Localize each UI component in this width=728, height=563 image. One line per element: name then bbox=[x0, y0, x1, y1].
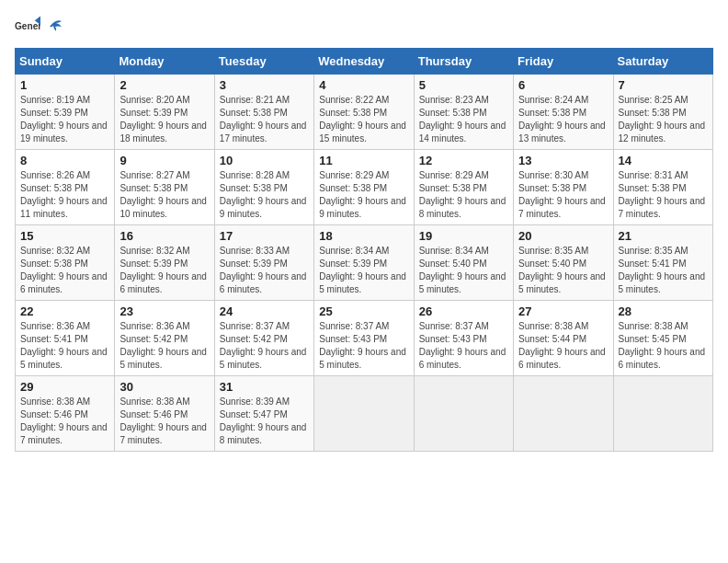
day-info: Sunrise: 8:32 AMSunset: 5:38 PMDaylight:… bbox=[20, 245, 109, 296]
calendar-cell: 10Sunrise: 8:28 AMSunset: 5:38 PMDayligh… bbox=[214, 150, 313, 225]
calendar-cell: 28Sunrise: 8:38 AMSunset: 5:45 PMDayligh… bbox=[613, 301, 712, 376]
column-header-monday: Monday bbox=[115, 49, 214, 75]
calendar-cell: 17Sunrise: 8:33 AMSunset: 5:39 PMDayligh… bbox=[214, 225, 313, 301]
calendar-week-row: 15Sunrise: 8:32 AMSunset: 5:38 PMDayligh… bbox=[16, 225, 713, 301]
day-number: 8 bbox=[20, 154, 109, 167]
calendar-cell bbox=[514, 376, 613, 452]
day-number: 24 bbox=[220, 304, 309, 318]
calendar-cell: 29Sunrise: 8:38 AMSunset: 5:46 PMDayligh… bbox=[16, 376, 115, 452]
day-number: 18 bbox=[319, 229, 408, 243]
calendar-cell: 3Sunrise: 8:21 AMSunset: 5:38 PMDaylight… bbox=[214, 75, 313, 150]
day-number: 30 bbox=[119, 380, 209, 394]
calendar-cell: 31Sunrise: 8:39 AMSunset: 5:47 PMDayligh… bbox=[214, 376, 313, 452]
day-info: Sunrise: 8:23 AMSunset: 5:38 PMDaylight:… bbox=[419, 94, 508, 145]
day-info: Sunrise: 8:27 AMSunset: 5:38 PMDaylight:… bbox=[119, 169, 209, 221]
calendar-week-row: 8Sunrise: 8:26 AMSunset: 5:38 PMDaylight… bbox=[16, 150, 713, 225]
calendar-cell: 24Sunrise: 8:37 AMSunset: 5:42 PMDayligh… bbox=[214, 301, 313, 376]
day-number: 27 bbox=[518, 304, 608, 318]
day-number: 31 bbox=[220, 380, 309, 394]
day-number: 28 bbox=[619, 304, 708, 318]
calendar-cell: 30Sunrise: 8:38 AMSunset: 5:46 PMDayligh… bbox=[115, 376, 214, 452]
logo-bird-icon bbox=[45, 18, 63, 37]
calendar-cell: 16Sunrise: 8:32 AMSunset: 5:39 PMDayligh… bbox=[115, 225, 214, 301]
calendar-cell: 13Sunrise: 8:30 AMSunset: 5:38 PMDayligh… bbox=[514, 150, 613, 225]
calendar-cell: 5Sunrise: 8:23 AMSunset: 5:38 PMDaylight… bbox=[414, 75, 513, 150]
column-header-tuesday: Tuesday bbox=[214, 49, 313, 75]
day-info: Sunrise: 8:29 AMSunset: 5:38 PMDaylight:… bbox=[319, 169, 408, 221]
day-number: 7 bbox=[619, 78, 708, 92]
day-number: 23 bbox=[119, 304, 209, 318]
column-header-wednesday: Wednesday bbox=[314, 49, 414, 75]
day-info: Sunrise: 8:29 AMSunset: 5:38 PMDaylight:… bbox=[419, 169, 508, 221]
calendar-cell: 18Sunrise: 8:34 AMSunset: 5:39 PMDayligh… bbox=[314, 225, 414, 301]
day-number: 29 bbox=[20, 380, 109, 394]
calendar-cell: 22Sunrise: 8:36 AMSunset: 5:41 PMDayligh… bbox=[16, 301, 115, 376]
day-info: Sunrise: 8:37 AMSunset: 5:43 PMDaylight:… bbox=[319, 320, 408, 372]
day-number: 12 bbox=[419, 154, 508, 167]
column-header-friday: Friday bbox=[514, 49, 613, 75]
day-info: Sunrise: 8:37 AMSunset: 5:43 PMDaylight:… bbox=[419, 320, 508, 372]
day-number: 11 bbox=[319, 154, 408, 167]
day-info: Sunrise: 8:36 AMSunset: 5:41 PMDaylight:… bbox=[20, 320, 109, 372]
calendar-cell: 4Sunrise: 8:22 AMSunset: 5:38 PMDaylight… bbox=[314, 75, 414, 150]
day-info: Sunrise: 8:22 AMSunset: 5:38 PMDaylight:… bbox=[319, 94, 408, 145]
day-info: Sunrise: 8:36 AMSunset: 5:42 PMDaylight:… bbox=[119, 320, 209, 372]
calendar-cell: 9Sunrise: 8:27 AMSunset: 5:38 PMDaylight… bbox=[115, 150, 214, 225]
day-number: 10 bbox=[220, 154, 309, 167]
day-info: Sunrise: 8:21 AMSunset: 5:38 PMDaylight:… bbox=[220, 94, 309, 145]
day-number: 5 bbox=[419, 78, 508, 92]
calendar-cell: 7Sunrise: 8:25 AMSunset: 5:38 PMDaylight… bbox=[613, 75, 712, 150]
day-number: 26 bbox=[419, 304, 508, 318]
day-info: Sunrise: 8:25 AMSunset: 5:38 PMDaylight:… bbox=[619, 94, 708, 145]
calendar-cell: 27Sunrise: 8:38 AMSunset: 5:44 PMDayligh… bbox=[514, 301, 613, 376]
day-number: 22 bbox=[20, 304, 109, 318]
day-info: Sunrise: 8:37 AMSunset: 5:42 PMDaylight:… bbox=[220, 320, 309, 372]
calendar-table: SundayMondayTuesdayWednesdayThursdayFrid… bbox=[15, 48, 713, 452]
day-info: Sunrise: 8:34 AMSunset: 5:40 PMDaylight:… bbox=[419, 245, 508, 296]
calendar-cell: 8Sunrise: 8:26 AMSunset: 5:38 PMDaylight… bbox=[16, 150, 115, 225]
day-info: Sunrise: 8:28 AMSunset: 5:38 PMDaylight:… bbox=[220, 169, 309, 221]
day-number: 13 bbox=[518, 154, 608, 167]
calendar-cell: 11Sunrise: 8:29 AMSunset: 5:38 PMDayligh… bbox=[314, 150, 414, 225]
calendar-cell: 25Sunrise: 8:37 AMSunset: 5:43 PMDayligh… bbox=[314, 301, 414, 376]
calendar-cell: 19Sunrise: 8:34 AMSunset: 5:40 PMDayligh… bbox=[414, 225, 513, 301]
day-number: 25 bbox=[319, 304, 408, 318]
day-info: Sunrise: 8:20 AMSunset: 5:39 PMDaylight:… bbox=[119, 94, 209, 145]
calendar-cell: 21Sunrise: 8:35 AMSunset: 5:41 PMDayligh… bbox=[613, 225, 712, 301]
calendar-cell: 14Sunrise: 8:31 AMSunset: 5:38 PMDayligh… bbox=[613, 150, 712, 225]
calendar-cell bbox=[314, 376, 414, 452]
day-number: 3 bbox=[220, 78, 309, 92]
day-number: 4 bbox=[319, 78, 408, 92]
calendar-week-row: 22Sunrise: 8:36 AMSunset: 5:41 PMDayligh… bbox=[16, 301, 713, 376]
day-info: Sunrise: 8:30 AMSunset: 5:38 PMDaylight:… bbox=[518, 169, 608, 221]
column-header-saturday: Saturday bbox=[613, 49, 712, 75]
calendar-header-row: SundayMondayTuesdayWednesdayThursdayFrid… bbox=[16, 49, 713, 75]
day-info: Sunrise: 8:38 AMSunset: 5:46 PMDaylight:… bbox=[119, 396, 209, 447]
day-number: 15 bbox=[20, 229, 109, 243]
day-info: Sunrise: 8:34 AMSunset: 5:39 PMDaylight:… bbox=[319, 245, 408, 296]
calendar-cell: 20Sunrise: 8:35 AMSunset: 5:40 PMDayligh… bbox=[514, 225, 613, 301]
day-number: 6 bbox=[518, 78, 608, 92]
logo-icon: General bbox=[15, 15, 40, 40]
day-number: 20 bbox=[518, 229, 608, 243]
column-header-thursday: Thursday bbox=[414, 49, 513, 75]
calendar-cell bbox=[613, 376, 712, 452]
calendar-cell: 26Sunrise: 8:37 AMSunset: 5:43 PMDayligh… bbox=[414, 301, 513, 376]
calendar-cell bbox=[414, 376, 513, 452]
day-number: 14 bbox=[619, 154, 708, 167]
svg-text:General: General bbox=[15, 21, 40, 31]
day-info: Sunrise: 8:19 AMSunset: 5:39 PMDaylight:… bbox=[20, 94, 109, 145]
calendar-cell: 15Sunrise: 8:32 AMSunset: 5:38 PMDayligh… bbox=[16, 225, 115, 301]
calendar-cell: 12Sunrise: 8:29 AMSunset: 5:38 PMDayligh… bbox=[414, 150, 513, 225]
day-info: Sunrise: 8:39 AMSunset: 5:47 PMDaylight:… bbox=[220, 396, 309, 447]
day-info: Sunrise: 8:31 AMSunset: 5:38 PMDaylight:… bbox=[619, 169, 708, 221]
calendar-week-row: 1Sunrise: 8:19 AMSunset: 5:39 PMDaylight… bbox=[16, 75, 713, 150]
day-number: 19 bbox=[419, 229, 508, 243]
day-info: Sunrise: 8:38 AMSunset: 5:44 PMDaylight:… bbox=[518, 320, 608, 372]
calendar-cell: 1Sunrise: 8:19 AMSunset: 5:39 PMDaylight… bbox=[16, 75, 115, 150]
day-number: 16 bbox=[119, 229, 209, 243]
day-info: Sunrise: 8:38 AMSunset: 5:45 PMDaylight:… bbox=[619, 320, 708, 372]
page-header: General bbox=[15, 15, 713, 40]
calendar-week-row: 29Sunrise: 8:38 AMSunset: 5:46 PMDayligh… bbox=[16, 376, 713, 452]
calendar-cell: 2Sunrise: 8:20 AMSunset: 5:39 PMDaylight… bbox=[115, 75, 214, 150]
